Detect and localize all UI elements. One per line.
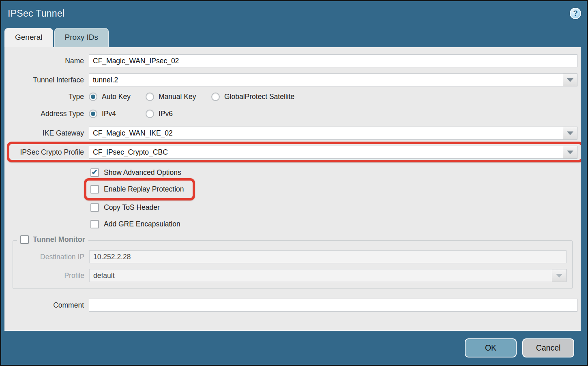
name-row: Name bbox=[4, 54, 581, 67]
radio-icon bbox=[89, 93, 97, 101]
radio-icon bbox=[89, 110, 97, 118]
ike-gateway-input[interactable] bbox=[89, 127, 563, 140]
ipsec-tunnel-dialog: IPSec Tunnel ? General Proxy IDs Name Tu… bbox=[0, 0, 588, 366]
chevron-down-icon bbox=[567, 78, 573, 82]
copy-tos-header-checkbox[interactable]: ✔ bbox=[90, 203, 99, 212]
radio-icon bbox=[211, 93, 220, 101]
tab-proxy-ids[interactable]: Proxy IDs bbox=[54, 28, 109, 47]
profile-input bbox=[89, 269, 552, 282]
ipsec-crypto-profile-input[interactable] bbox=[89, 146, 563, 159]
cancel-button[interactable]: Cancel bbox=[522, 338, 574, 357]
tunnel-monitor-checkbox[interactable]: ✔ bbox=[20, 235, 29, 244]
ike-gateway-row: IKE Gateway bbox=[4, 127, 581, 140]
type-row: Type Auto Key Manual Key GlobalProtect S… bbox=[4, 93, 581, 101]
profile-dropdown-button bbox=[552, 269, 567, 282]
radio-ipv6[interactable]: IPv6 bbox=[146, 110, 173, 118]
ipsec-crypto-profile-row: IPSec Crypto Profile bbox=[4, 146, 581, 159]
enable-replay-protection-checkbox[interactable]: ✔ bbox=[90, 185, 99, 194]
tunnel-interface-dropdown-button[interactable] bbox=[563, 73, 577, 86]
comment-row: Comment bbox=[4, 299, 581, 312]
show-advanced-options-row: ✔ Show Advanced Options bbox=[90, 168, 581, 178]
dialog-title: IPSec Tunnel bbox=[8, 8, 64, 19]
ipsec-crypto-profile-label: IPSec Crypto Profile bbox=[4, 148, 89, 157]
comment-input[interactable] bbox=[89, 299, 577, 312]
address-type-row: Address Type IPv4 IPv6 bbox=[4, 110, 581, 118]
tunnel-interface-label: Tunnel Interface bbox=[4, 76, 89, 84]
destination-ip-input bbox=[89, 250, 567, 263]
chevron-down-icon bbox=[567, 131, 573, 135]
add-gre-encapsulation-checkbox[interactable]: ✔ bbox=[90, 220, 99, 228]
destination-ip-row: Destination IP bbox=[13, 250, 572, 263]
enable-replay-protection-row: ✔ Enable Replay Protection bbox=[90, 184, 581, 194]
titlebar: IPSec Tunnel ? bbox=[1, 1, 587, 26]
type-radio-group: Auto Key Manual Key GlobalProtect Satell… bbox=[89, 93, 294, 101]
address-type-label: Address Type bbox=[4, 110, 89, 118]
profile-label: Profile bbox=[13, 271, 89, 280]
name-input[interactable] bbox=[89, 54, 577, 67]
type-label: Type bbox=[4, 93, 89, 101]
add-gre-encapsulation-row: ✔ Add GRE Encapsulation bbox=[90, 219, 581, 229]
dialog-footer: OK Cancel bbox=[1, 331, 587, 365]
ike-gateway-label: IKE Gateway bbox=[4, 129, 89, 138]
destination-ip-label: Destination IP bbox=[13, 253, 89, 261]
radio-globalprotect-satellite[interactable]: GlobalProtect Satellite bbox=[211, 93, 294, 101]
copy-tos-header-row: ✔ Copy ToS Header bbox=[90, 202, 581, 213]
radio-auto-key[interactable]: Auto Key bbox=[89, 93, 146, 101]
tunnel-interface-input[interactable] bbox=[89, 73, 563, 86]
radio-manual-key[interactable]: Manual Key bbox=[146, 93, 211, 101]
ike-gateway-dropdown-button[interactable] bbox=[563, 127, 577, 140]
profile-row: Profile bbox=[13, 269, 572, 282]
help-icon[interactable]: ? bbox=[570, 8, 581, 19]
chevron-down-icon bbox=[567, 151, 573, 154]
tunnel-monitor-legend: ✔ Tunnel Monitor bbox=[17, 235, 88, 244]
tunnel-monitor-fieldset: ✔ Tunnel Monitor Destination IP Profile bbox=[13, 240, 573, 289]
comment-label: Comment bbox=[4, 301, 89, 310]
tab-general[interactable]: General bbox=[4, 28, 53, 47]
checkmark-icon: ✔ bbox=[91, 168, 98, 176]
show-advanced-options-checkbox[interactable]: ✔ bbox=[90, 168, 99, 177]
ipsec-crypto-profile-dropdown-button[interactable] bbox=[563, 146, 577, 159]
radio-icon bbox=[146, 93, 154, 101]
chevron-down-icon bbox=[556, 274, 562, 278]
general-tab-panel: Name Tunnel Interface Type Auto Key bbox=[4, 47, 581, 331]
tab-bar: General Proxy IDs bbox=[1, 26, 587, 47]
radio-ipv4[interactable]: IPv4 bbox=[89, 110, 146, 118]
name-label: Name bbox=[4, 57, 89, 65]
address-type-radio-group: IPv4 IPv6 bbox=[89, 110, 173, 118]
radio-icon bbox=[146, 110, 154, 118]
ok-button[interactable]: OK bbox=[465, 338, 517, 357]
tunnel-interface-row: Tunnel Interface bbox=[4, 73, 581, 86]
